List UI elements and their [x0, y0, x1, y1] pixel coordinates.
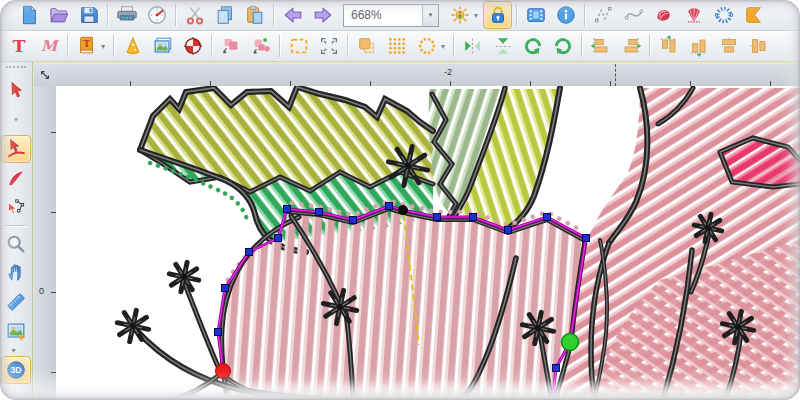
svg-text:T: T [12, 36, 25, 56]
selection-node[interactable] [553, 365, 560, 372]
align-right-icon [620, 35, 642, 57]
align-center-h-button[interactable] [714, 32, 743, 60]
monogram-tool-button[interactable]: M [34, 32, 63, 60]
design-canvas[interactable] [56, 86, 800, 400]
flip-horizontal-icon [462, 35, 484, 57]
measure-tool[interactable] [1, 288, 31, 316]
ruler-position-marker [615, 64, 616, 86]
selection-node[interactable] [505, 227, 512, 234]
svg-text:★: ★ [131, 42, 135, 47]
center-design-icon [182, 35, 204, 57]
selection-node[interactable] [434, 214, 441, 221]
curve-stitch-button[interactable] [619, 1, 648, 29]
align-bottom-button[interactable] [684, 32, 713, 60]
duplicate-button[interactable] [352, 32, 381, 60]
rotate-ccw-button[interactable] [518, 32, 547, 60]
selection-node[interactable] [583, 235, 590, 242]
ruler-horizontal: -2 [56, 64, 800, 87]
zoom-tool[interactable] [1, 230, 31, 258]
font-library-button[interactable]: T [72, 32, 101, 60]
selection-node[interactable] [470, 214, 477, 221]
select-tool-more[interactable] [1, 106, 31, 134]
circle-array-button[interactable] [412, 32, 441, 60]
paste-button[interactable] [240, 1, 269, 29]
select-tool[interactable] [1, 77, 31, 105]
paste-objects-button[interactable] [246, 32, 275, 60]
paste-icon [244, 4, 266, 26]
view-3d-toggle[interactable]: 3D [1, 356, 31, 384]
anchor-point[interactable] [398, 205, 408, 215]
selection-node[interactable] [275, 235, 282, 242]
selection-node[interactable] [350, 217, 357, 224]
measure-icon [5, 291, 27, 313]
selection-node[interactable] [386, 203, 393, 210]
cut-button[interactable] [180, 1, 209, 29]
dropdown-arrow-icon[interactable]: ▾ [101, 42, 109, 51]
rotate-cw-button[interactable] [548, 32, 577, 60]
flip-vertical-button[interactable] [488, 32, 517, 60]
copy-button[interactable] [210, 1, 239, 29]
undo-button[interactable] [278, 1, 307, 29]
selection-node[interactable] [246, 249, 253, 256]
dropdown-arrow-icon[interactable]: ▾ [474, 11, 482, 20]
selection-node[interactable] [544, 214, 551, 221]
grid-array-icon [386, 35, 408, 57]
film-strip-button[interactable] [521, 1, 550, 29]
dropdown-arrow-icon[interactable]: ▾ [441, 42, 449, 51]
redo-button[interactable] [308, 1, 337, 29]
grid-array-button[interactable] [382, 32, 411, 60]
rubber-band-select-button[interactable] [284, 32, 313, 60]
align-left-button[interactable] [586, 32, 615, 60]
selection-node[interactable] [222, 285, 229, 292]
print-button[interactable] [112, 1, 141, 29]
zoom-level-combo[interactable]: 668%▾ [343, 4, 439, 27]
end-point-handle[interactable] [562, 334, 579, 351]
flip-vertical-icon [492, 35, 514, 57]
stitch-simulator-button[interactable] [142, 1, 171, 29]
text-tool-button[interactable]: T [4, 32, 33, 60]
save-design-button[interactable] [74, 1, 103, 29]
fan-fill-icon [683, 4, 705, 26]
manual-stitch-button[interactable] [589, 1, 618, 29]
pan-tool[interactable] [1, 259, 31, 287]
undo-icon [282, 4, 304, 26]
redo-icon [312, 4, 334, 26]
traffic-light-button[interactable] [445, 1, 474, 29]
insert-image-button[interactable] [148, 32, 177, 60]
copy-objects-button[interactable] [216, 32, 245, 60]
pan-icon [5, 262, 27, 284]
manual-stitch-icon [593, 4, 615, 26]
align-center-v-icon [748, 35, 770, 57]
flip-horizontal-button[interactable] [458, 32, 487, 60]
info-button[interactable] [551, 1, 580, 29]
selection-node[interactable] [215, 329, 222, 336]
fan-fill-button[interactable] [679, 1, 708, 29]
align-top-button[interactable] [654, 32, 683, 60]
freehand-tool[interactable] [1, 164, 31, 192]
edit-object-icon [5, 138, 27, 160]
applique-button[interactable] [739, 1, 768, 29]
satin-stitch-icon [653, 4, 675, 26]
zoom-dropdown-button[interactable]: ▾ [422, 5, 438, 26]
align-center-v-button[interactable] [744, 32, 773, 60]
satin-stitch-button[interactable] [649, 1, 678, 29]
effects-button[interactable]: ★★ [118, 32, 147, 60]
dropdown-arrow-icon[interactable]: ▾ [12, 346, 20, 355]
selection-node[interactable] [316, 209, 323, 216]
start-point-handle[interactable] [216, 364, 231, 379]
toolbar-objects: TMT▾★★▾ [0, 31, 800, 62]
selection-node[interactable] [284, 206, 291, 213]
radial-fill-button[interactable] [709, 1, 738, 29]
node-edit-tool[interactable] [1, 193, 31, 221]
new-design-button[interactable] [14, 1, 43, 29]
align-right-button[interactable] [616, 32, 645, 60]
open-design-button[interactable] [44, 1, 73, 29]
zoom-level-value[interactable]: 668% [344, 8, 422, 22]
fit-selection-button[interactable] [314, 32, 343, 60]
edit-object-tool[interactable] [1, 135, 31, 163]
center-design-button[interactable] [178, 32, 207, 60]
lock-button[interactable] [483, 1, 512, 29]
open-design-icon [48, 4, 70, 26]
background-image-tool[interactable] [1, 317, 31, 345]
toolbar-separator [5, 225, 27, 226]
